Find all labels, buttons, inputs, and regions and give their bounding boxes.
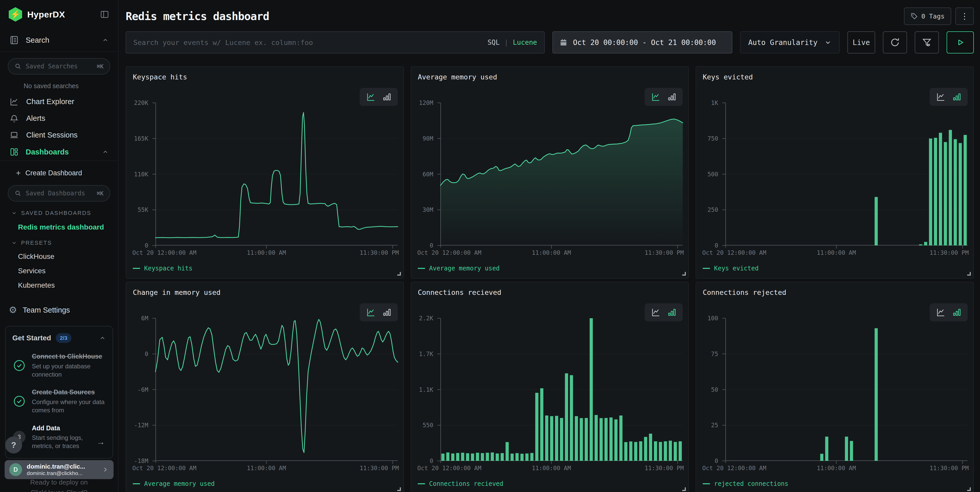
- sidebar-item-label: Dashboards: [26, 148, 69, 156]
- check-circle-icon: [12, 352, 26, 379]
- chart-panel-keyspace-hits: Keyspace hits 220K165K110K55K0 Oct 20 12…: [126, 66, 404, 279]
- bar-chart-toggle-icon[interactable]: [952, 308, 961, 317]
- chart-title: Keys evicted: [703, 73, 753, 81]
- preset-link-clickhouse[interactable]: ClickHouse: [18, 252, 118, 261]
- event-search-input[interactable]: Search your events w/ Lucene ex. column:…: [126, 31, 545, 54]
- create-dashboard-button[interactable]: + Create Dashboard: [0, 165, 118, 181]
- chart-type-toggle: [360, 88, 398, 106]
- y-axis-labels: 2.2K1.7K1.1K5500: [411, 318, 437, 461]
- brand-name: HyperDX: [27, 10, 65, 19]
- sidebar-item-label: Alerts: [26, 114, 45, 123]
- get-started-item-sources[interactable]: Create Data Sources Configure where your…: [12, 388, 106, 414]
- magnifier-icon: [14, 63, 22, 70]
- tags-button-label: 0 Tags: [921, 13, 945, 20]
- chart-type-toggle: [930, 88, 968, 106]
- run-query-button[interactable]: [947, 31, 974, 54]
- filter-button[interactable]: [915, 31, 939, 54]
- date-range-picker[interactable]: Oct 20 00:00:00 - Oct 21 00:00:00: [552, 31, 732, 54]
- chart-title: Average memory used: [418, 73, 497, 81]
- live-button[interactable]: Live: [847, 31, 875, 54]
- chart-title: Connections rejected: [703, 288, 786, 296]
- line-chart-toggle-icon[interactable]: [366, 307, 375, 317]
- refresh-button[interactable]: [883, 31, 907, 54]
- saved-dashboards-section[interactable]: SAVED DASHBOARDS: [11, 210, 118, 217]
- preset-link-services[interactable]: Services: [18, 267, 118, 275]
- filter-edit-icon: [921, 37, 932, 48]
- presets-section[interactable]: PRESETS: [11, 240, 118, 246]
- sidebar-item-dashboards[interactable]: Dashboards: [0, 143, 118, 161]
- bar-chart-toggle-icon[interactable]: [382, 308, 391, 317]
- bar-chart-toggle-icon[interactable]: [952, 92, 961, 102]
- chevron-up-icon: [102, 148, 109, 155]
- no-saved-searches-label: No saved searches: [24, 82, 118, 90]
- line-chart-toggle-icon[interactable]: [366, 92, 375, 102]
- line-chart-toggle-icon[interactable]: [651, 92, 660, 102]
- saved-dashboards-input[interactable]: Saved Dashboards ⌘K: [8, 185, 110, 202]
- resize-handle[interactable]: [682, 272, 686, 275]
- y-axis-labels: 1007550250: [696, 318, 722, 461]
- create-dashboard-label: Create Dashboard: [25, 169, 82, 177]
- more-options-button[interactable]: ⋮: [955, 8, 974, 25]
- legend: Average memory used: [133, 480, 215, 487]
- sidebar-item-label: Chart Explorer: [26, 97, 74, 106]
- lucene-mode-toggle[interactable]: Lucene: [513, 38, 537, 46]
- legend: Connections recieved: [418, 480, 503, 487]
- saved-searches-input[interactable]: Saved Searches ⌘K: [8, 58, 110, 75]
- get-started-item-connect[interactable]: Connect to ClickHouse Set up your databa…: [12, 352, 106, 379]
- plot-area: [725, 103, 968, 245]
- get-started-item-desc: Configure where your data comes from: [32, 398, 105, 415]
- resize-handle[interactable]: [397, 272, 401, 275]
- chart-type-toggle: [930, 303, 968, 321]
- resize-handle[interactable]: [682, 487, 686, 491]
- dashboard-link-redis-metrics[interactable]: Redis metrics dashboard: [18, 223, 118, 231]
- granularity-select[interactable]: Auto Granularity: [740, 31, 840, 54]
- magnifier-icon: [14, 190, 22, 197]
- sidebar-item-chart-explorer[interactable]: Chart Explorer: [0, 93, 118, 110]
- chart-title: Change in memory used: [133, 288, 220, 296]
- resize-handle[interactable]: [967, 272, 971, 275]
- help-button[interactable]: ?: [5, 436, 22, 454]
- chart-title: Connections recieved: [418, 288, 501, 296]
- get-started-title: Get Started: [12, 334, 51, 342]
- tags-button[interactable]: 0 Tags: [904, 8, 951, 25]
- get-started-card: Get Started 2/3 Connect to ClickHouse Se…: [5, 326, 113, 459]
- collapse-sidebar-icon[interactable]: [100, 10, 109, 19]
- dashboard-grid: Keyspace hits 220K165K110K55K0 Oct 20 12…: [126, 66, 974, 492]
- plot-area: [156, 318, 398, 461]
- team-settings-label: Team Settings: [22, 306, 70, 314]
- bar-chart-toggle-icon[interactable]: [667, 92, 676, 102]
- sql-mode-toggle[interactable]: SQL: [487, 38, 500, 46]
- x-axis-labels: Oct 20 12:00:00 AM11:00:00 AM11:30:00 PM: [725, 465, 968, 475]
- get-started-progress-badge: 2/3: [56, 333, 72, 343]
- user-name: dominic.tran@clic...: [27, 463, 85, 470]
- resize-handle[interactable]: [967, 487, 971, 491]
- chart-panel-keys-evicted: Keys evicted 1K7505002500 Oct 20 12:00:0…: [695, 66, 974, 279]
- y-axis-labels: 120M90M60M30M0: [411, 103, 437, 245]
- chart-title: Keyspace hits: [133, 73, 187, 81]
- shortcut-hint: ⌘K: [97, 63, 104, 70]
- sidebar-item-search[interactable]: Search: [0, 29, 118, 52]
- bar-chart-toggle-icon[interactable]: [667, 308, 676, 317]
- get-started-item-add-data[interactable]: 3 Add Data Start sending logs, metrics, …: [12, 424, 106, 451]
- sidebar-item-client-sessions[interactable]: Client Sessions: [0, 127, 118, 143]
- y-axis-labels: 220K165K110K55K0: [126, 103, 152, 245]
- granularity-value: Auto Granularity: [748, 38, 818, 47]
- resize-handle[interactable]: [397, 487, 401, 491]
- sidebar-item-alerts[interactable]: Alerts: [0, 110, 118, 127]
- line-chart-toggle-icon[interactable]: [651, 307, 660, 317]
- chevron-down-icon: [824, 39, 832, 46]
- clickhouse-cloud-promo: Ready to deploy on ClickHouse Cloud?: [0, 477, 118, 492]
- bar-chart-toggle-icon[interactable]: [382, 92, 391, 102]
- chevron-right-icon: [102, 466, 109, 473]
- chevron-up-icon[interactable]: [99, 335, 106, 341]
- get-started-item-desc: Start sending logs, metrics, or traces: [32, 434, 105, 451]
- line-chart-toggle-icon[interactable]: [936, 307, 945, 317]
- saved-dashboards-placeholder: Saved Dashboards: [26, 190, 85, 197]
- line-chart-toggle-icon[interactable]: [936, 92, 945, 102]
- sidebar-item-team-settings[interactable]: ⚙ Team Settings: [9, 306, 118, 315]
- chart-type-toggle: [645, 303, 683, 321]
- get-started-item-title: Connect to ClickHouse: [32, 352, 105, 361]
- user-menu[interactable]: D dominic.tran@clic... dominic.tran@clic…: [5, 460, 114, 479]
- preset-link-kubernetes[interactable]: Kubernetes: [18, 281, 118, 290]
- plot-area: [725, 318, 968, 461]
